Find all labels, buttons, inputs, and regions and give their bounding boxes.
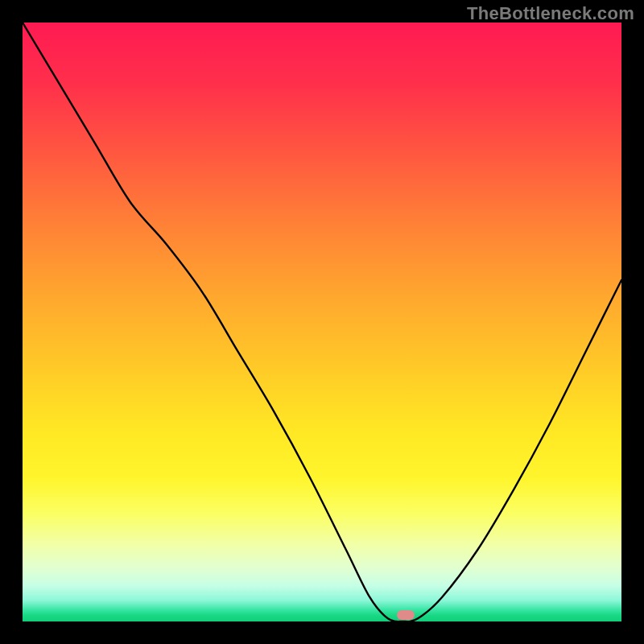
chart-frame: TheBottleneck.com: [0, 0, 644, 644]
plot-area: [23, 23, 621, 621]
optimal-point-marker: [397, 610, 415, 620]
watermark-label: TheBottleneck.com: [467, 3, 634, 24]
bottleneck-curve: [23, 23, 621, 621]
